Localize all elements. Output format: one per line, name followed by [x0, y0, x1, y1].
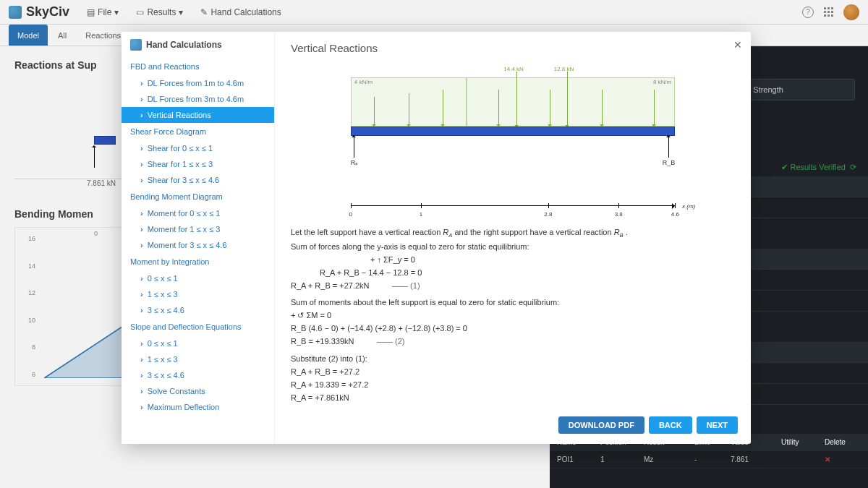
- nav-solve[interactable]: Solve Constants: [122, 383, 274, 399]
- nav-bmd[interactable]: Bending Moment Diagram: [122, 188, 274, 205]
- nav-vertical-reactions[interactable]: Vertical Reactions: [122, 107, 274, 123]
- nav-sh1[interactable]: Shear for 0 ≤ x ≤ 1: [122, 140, 274, 156]
- nav-m3[interactable]: Moment for 3 ≤ x ≤ 4.6: [122, 237, 274, 253]
- nav-m1[interactable]: Moment for 0 ≤ x ≤ 1: [122, 205, 274, 221]
- nav-d3[interactable]: 3 ≤ x ≤ 4.6: [122, 367, 274, 383]
- nav-i3[interactable]: 3 ≤ x ≤ 4.6: [122, 302, 274, 318]
- nav-m2[interactable]: Moment for 1 ≤ x ≤ 3: [122, 221, 274, 237]
- modal-footer: DOWNLOAD PDF BACK NEXT: [558, 416, 738, 434]
- nav-sh2[interactable]: Shear for 1 ≤ x ≤ 3: [122, 156, 274, 172]
- beam-diagram: 4 kN/m 8 kN/m 14.4 kN 12.8 kN Rₐ R_B 0 1…: [320, 67, 706, 212]
- hand-calc-modal: Hand Calculations FBD and Reactions DL F…: [122, 32, 751, 444]
- modal-nav-head: Hand Calculations: [122, 39, 274, 58]
- logo-icon: [130, 39, 142, 51]
- x-axis: 0 1 2.8 3.8 4.6 x (m): [351, 205, 676, 206]
- back-button[interactable]: BACK: [649, 416, 692, 434]
- nav-dl2[interactable]: DL Forces from 3m to 4.6m: [122, 91, 274, 107]
- nav-dl1[interactable]: DL Forces from 1m to 4.6m: [122, 75, 274, 91]
- content-title: Vertical Reactions: [291, 42, 735, 54]
- nav-i2[interactable]: 1 ≤ x ≤ 3: [122, 286, 274, 302]
- nav-mbi[interactable]: Moment by Integration: [122, 253, 274, 270]
- beam: [351, 127, 676, 136]
- nav-fbd[interactable]: FBD and Reactions: [122, 58, 274, 75]
- nav-sde[interactable]: Slope and Deflection Equations: [122, 318, 274, 335]
- nav-sh3[interactable]: Shear for 3 ≤ x ≤ 4.6: [122, 172, 274, 188]
- nav-maxdef[interactable]: Maximum Deflection: [122, 399, 274, 415]
- next-button[interactable]: NEXT: [697, 416, 738, 434]
- equations: Let the left support have a vertical rea…: [291, 226, 735, 404]
- nav-d1[interactable]: 0 ≤ x ≤ 1: [122, 335, 274, 351]
- modal-content: ✕ Vertical Reactions 4 kN/m 8 kN/m 14.4 …: [275, 32, 751, 444]
- nav-i1[interactable]: 0 ≤ x ≤ 1: [122, 270, 274, 286]
- close-icon[interactable]: ✕: [733, 39, 742, 51]
- download-pdf-button[interactable]: DOWNLOAD PDF: [558, 416, 644, 434]
- modal-nav: Hand Calculations FBD and Reactions DL F…: [122, 32, 275, 444]
- nav-d2[interactable]: 1 ≤ x ≤ 3: [122, 351, 274, 367]
- nav-sfd[interactable]: Shear Force Diagram: [122, 123, 274, 140]
